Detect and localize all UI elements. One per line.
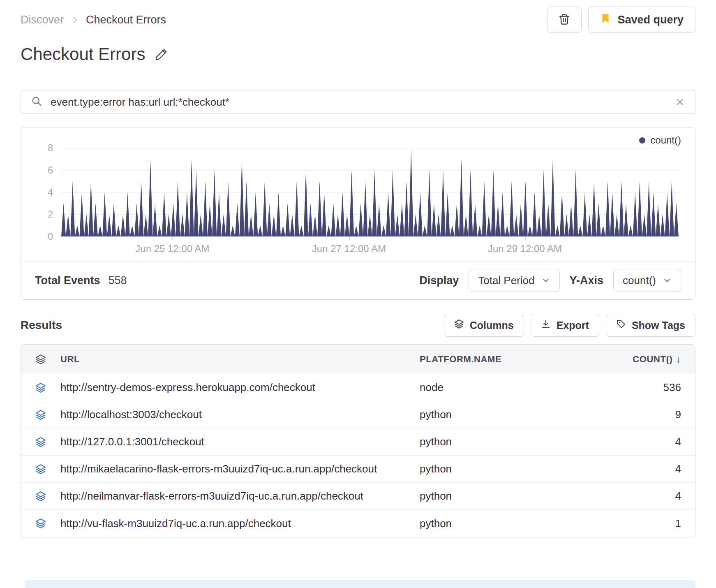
stack-icon[interactable] (35, 410, 46, 420)
row-platform: python (420, 490, 596, 502)
saved-query-label: Saved query (617, 14, 684, 26)
yaxis-value: count() (623, 274, 656, 287)
table-row[interactable]: http://127.0.0.1:3001/checkout python 4 (21, 428, 695, 456)
export-button-label: Export (557, 319, 589, 331)
chart-plot-area: 02468 (61, 148, 679, 236)
display-select[interactable]: Total Period (469, 269, 559, 292)
row-count: 1 (596, 517, 695, 530)
edit-pencil-icon[interactable] (155, 48, 168, 61)
download-icon (541, 319, 551, 331)
chevron-down-icon (663, 276, 672, 285)
table-body: http://sentry-demos-express.herokuapp.co… (21, 374, 695, 537)
row-count: 4 (596, 490, 695, 502)
columns-button[interactable]: Columns (444, 314, 524, 337)
y-axis-tick-label: 4 (35, 187, 53, 198)
legend-label: count() (650, 134, 681, 146)
stack-icon[interactable] (35, 382, 46, 393)
y-axis-tick-label: 6 (35, 164, 53, 176)
y-axis-tick-label: 2 (35, 209, 53, 220)
table-row[interactable]: http://vu-flask-m3uuizd7iq-uc.a.run.app/… (21, 510, 695, 537)
x-axis-tick-label: Jun 27 12:00 AM (312, 243, 386, 255)
table-row[interactable]: http://sentry-demos-express.herokuapp.co… (21, 374, 695, 401)
discover-page: Discover Checkout Errors Saved query Che… (0, 0, 716, 588)
chart-footer: Total Events 558 Display Total Period Y-… (21, 261, 695, 299)
results-table: URL PLATFORM.NAME COUNT() ↓ http://sentr… (21, 344, 695, 537)
y-axis-tick-label: 8 (35, 143, 53, 154)
show-tags-button-label: Show Tags (632, 319, 685, 331)
total-events-label: Total Events (35, 274, 100, 287)
export-button[interactable]: Export (531, 314, 599, 337)
stack-icon[interactable] (35, 518, 46, 529)
y-axis-tick-label: 0 (35, 231, 53, 242)
table-header-row: URL PLATFORM.NAME COUNT() ↓ (21, 345, 695, 374)
results-header: Results Columns Export Show Tags (21, 314, 695, 337)
display-label: Display (419, 274, 459, 287)
row-url: http://127.0.0.1:3001/checkout (60, 435, 420, 448)
count-series-area (61, 148, 679, 236)
search-input[interactable] (50, 95, 667, 109)
bookmark-icon (600, 13, 611, 27)
columns-button-label: Columns (470, 319, 514, 331)
x-axis-tick-label: Jun 25 12:00 AM (135, 243, 209, 255)
stack-icon[interactable] (35, 491, 46, 502)
column-header-count[interactable]: COUNT() ↓ (596, 354, 695, 365)
saved-query-button[interactable]: Saved query (588, 7, 695, 33)
results-title: Results (21, 319, 62, 332)
title-row: Checkout Errors (0, 33, 716, 76)
stack-icon[interactable] (35, 464, 46, 475)
row-platform: python (420, 435, 596, 448)
row-platform: python (420, 463, 596, 475)
row-count: 536 (596, 381, 695, 394)
legend-dot-icon (639, 137, 645, 144)
row-count: 4 (596, 435, 695, 448)
breadcrumb-current: Checkout Errors (86, 14, 166, 26)
delete-query-button[interactable] (547, 7, 582, 33)
row-url: http://localhost:3003/checkout (60, 408, 420, 421)
top-bar: Discover Checkout Errors Saved query (0, 0, 716, 33)
page-title: Checkout Errors (21, 44, 145, 64)
table-row[interactable]: http://neilmanvar-flask-errors-m3uuizd7i… (21, 483, 695, 510)
table-row[interactable]: http://mikaelacarino-flask-errors-m3uuiz… (21, 456, 695, 483)
display-value: Total Period (478, 274, 534, 287)
stack-icon (454, 319, 464, 331)
trash-icon (558, 13, 570, 27)
tag-icon (616, 319, 626, 331)
row-url: http://vu-flask-m3uuizd7iq-uc.a.run.app/… (60, 517, 420, 530)
row-url: http://sentry-demos-express.herokuapp.co… (60, 381, 420, 394)
chevron-down-icon (541, 276, 550, 285)
table-row[interactable]: http://localhost:3003/checkout python 9 (21, 401, 695, 428)
sort-descending-icon: ↓ (676, 354, 681, 365)
row-url: http://mikaelacarino-flask-errors-m3uuiz… (60, 463, 420, 475)
row-platform: python (420, 408, 596, 421)
x-axis-tick-label: Jun 29 12:00 AM (488, 243, 562, 255)
count-header-label: COUNT() (633, 354, 672, 365)
yaxis-select[interactable]: count() (613, 269, 681, 292)
partially-visible-element (25, 580, 695, 588)
total-events-value: 558 (109, 274, 127, 287)
search-bar (21, 90, 695, 114)
column-header-platform[interactable]: PLATFORM.NAME (420, 354, 596, 365)
chart-x-labels: Jun 25 12:00 AMJun 27 12:00 AMJun 29 12:… (61, 236, 679, 257)
show-tags-button[interactable]: Show Tags (606, 314, 695, 337)
clear-search-icon[interactable] (674, 97, 685, 107)
header-actions: Saved query (547, 7, 695, 33)
stack-icon[interactable] (35, 437, 46, 447)
breadcrumb: Discover Checkout Errors (21, 14, 166, 26)
breadcrumb-discover[interactable]: Discover (21, 14, 64, 26)
stack-icon (35, 354, 46, 365)
row-count: 4 (596, 463, 695, 475)
search-icon (31, 95, 42, 109)
chevron-right-icon (70, 15, 79, 24)
yaxis-label: Y-Axis (570, 274, 604, 287)
row-platform: node (420, 381, 596, 394)
row-count: 9 (596, 408, 695, 421)
row-platform: python (420, 517, 596, 530)
chart-legend[interactable]: count() (35, 134, 681, 146)
chart-panel: count() 02468 Jun 25 12:00 AMJun 27 12:0… (21, 127, 695, 300)
column-header-url[interactable]: URL (60, 354, 420, 365)
row-url: http://neilmanvar-flask-errors-m3uuizd7i… (60, 490, 420, 502)
